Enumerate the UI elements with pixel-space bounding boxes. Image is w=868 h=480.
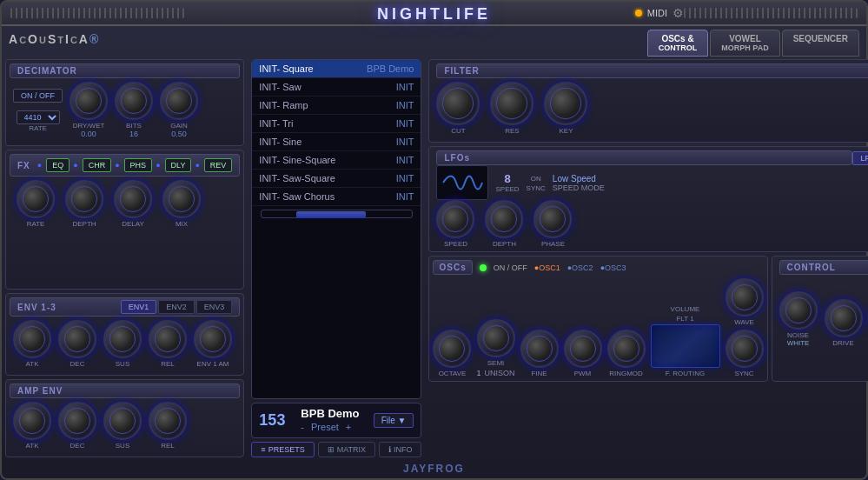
res-knob[interactable]	[490, 82, 533, 125]
osc-wave-knob[interactable]	[726, 278, 764, 317]
presets-tab[interactable]: ≡ PRESETS	[251, 442, 314, 457]
tab-oscs-control[interactable]: OSCs & CONTROL	[647, 30, 709, 57]
list-item[interactable]: INIT- Square BPB Demo	[252, 60, 421, 78]
env13-dec-knob[interactable]	[58, 320, 96, 358]
res-knob-group: RES	[490, 82, 533, 135]
fx-eq-btn[interactable]: EQ	[46, 158, 70, 172]
fx-chr-btn[interactable]: CHR	[83, 158, 112, 172]
app-title: NIGHTLIFE	[377, 5, 491, 23]
amp-dec-knob[interactable]	[58, 402, 96, 440]
preset-list[interactable]: INIT- Square BPB Demo INIT- Saw INIT INI…	[251, 59, 421, 399]
fx-dly-btn[interactable]: DLY	[165, 158, 192, 172]
list-item[interactable]: INIT- Saw Chorus INIT	[252, 188, 421, 206]
fx-dot: ●	[37, 161, 43, 170]
env13-dec-knob-group: DEC	[58, 320, 96, 368]
env3-tab[interactable]: ENV3	[196, 300, 233, 314]
amp-sus-knob[interactable]	[103, 402, 142, 440]
env13-rel-knob[interactable]	[149, 320, 187, 358]
speed-mode-label: SPEED MODE	[553, 183, 605, 192]
env13-rel-label: REL	[161, 360, 175, 368]
logo-area: ACOUSTICA®	[9, 30, 100, 48]
lfo-knobs-row: SPEED DEPTH PHASE	[436, 200, 868, 248]
lfo-phase-knob[interactable]	[533, 200, 572, 238]
fx-rev-btn[interactable]: REV	[204, 158, 233, 172]
osc-on-dot	[480, 264, 487, 271]
osc-pwm-knob[interactable]	[564, 330, 602, 368]
fx-depth-knob[interactable]	[65, 180, 103, 218]
fx-phs-btn[interactable]: PHS	[124, 158, 153, 172]
rate-label: RATE	[17, 124, 60, 132]
env2-tab[interactable]: ENV2	[158, 300, 195, 314]
list-item[interactable]: INIT- Saw INIT	[252, 78, 421, 97]
list-item[interactable]: INIT- Saw-Square INIT	[252, 170, 421, 188]
list-item[interactable]: INIT- Tri INIT	[252, 115, 421, 133]
osc-ringmod-label: RINGMOD	[609, 370, 643, 377]
osc-pwm-knob-group: PWM	[564, 330, 602, 377]
osc-fine-knob[interactable]	[520, 330, 559, 368]
amp-env-knobs: ATK DEC SUS REL	[10, 398, 240, 453]
env13-am-knob-group: ENV 1 AM	[194, 320, 232, 368]
amp-rel-knob[interactable]	[149, 402, 187, 440]
env13-am-knob[interactable]	[194, 320, 232, 358]
gain-knob[interactable]	[160, 82, 198, 120]
lfo-sync-label: SYNC	[527, 184, 546, 192]
lfo-speed-knob[interactable]	[436, 200, 474, 238]
env1-tab[interactable]: ENV1	[121, 300, 157, 314]
lfo-depth-knob-group: DEPTH	[485, 200, 523, 248]
env13-atk-knob[interactable]	[13, 320, 51, 358]
gain-label: GAIN	[170, 122, 188, 130]
lfo-speed-info: 8 SPEED	[495, 172, 519, 193]
matrix-tab[interactable]: ⊞ MATRIX	[318, 442, 375, 457]
lfo1-tab[interactable]: LFO1	[852, 151, 868, 165]
osc2-tab[interactable]: ●OSC2	[567, 263, 593, 272]
osc-fine-knob-group: FINE	[520, 330, 559, 377]
osc-semi-knob[interactable]	[477, 319, 515, 357]
decimator-onoff-btn[interactable]: ON / OFF	[13, 89, 63, 103]
dry-wet-value: 0.00	[81, 130, 96, 138]
osc-sync-knob[interactable]	[726, 330, 764, 368]
dry-wet-knob[interactable]	[70, 82, 108, 120]
list-item[interactable]: INIT- Sine-Square INIT	[252, 151, 421, 170]
fx-depth-knob-group: DEPTH	[65, 180, 103, 228]
midi-indicator	[635, 10, 642, 17]
osc1-tab[interactable]: ●OSC1	[534, 263, 560, 272]
preset-next-btn[interactable]: +	[346, 422, 351, 432]
list-item[interactable]: INIT- Ramp INIT	[252, 97, 421, 115]
fx-delay-label: DELAY	[122, 220, 144, 228]
noise-type: WHITE	[787, 339, 810, 347]
lfo-speed-knob-group: SPEED	[436, 200, 474, 248]
unison-label: UNISON	[485, 369, 515, 377]
rate-select[interactable]: 44100 ▼	[17, 110, 60, 124]
settings-icon[interactable]: ⚙	[673, 6, 684, 20]
info-tab[interactable]: ℹ INFO	[379, 442, 422, 457]
bottom-area: OSCs ON / OFF ●OSC1 ●OSC2 ●OSC3 OCTAVE	[428, 256, 868, 382]
osc-ringmod-knob[interactable]	[607, 330, 646, 368]
bits-knob[interactable]	[115, 82, 153, 120]
lfo-speed-label: SPEED	[495, 185, 519, 193]
osc-semi-knob-group: SEMI	[477, 319, 515, 367]
fx-mix-knob[interactable]	[162, 180, 201, 218]
noise-knob[interactable]	[779, 291, 818, 330]
cut-knob[interactable]	[436, 82, 480, 125]
key-knob[interactable]	[544, 82, 587, 125]
tab-sequencer[interactable]: SEQUENCER	[782, 30, 859, 57]
preset-scrollbar[interactable]	[261, 210, 413, 218]
fx-rate-knob-group: RATE	[17, 180, 55, 228]
lfo-tabs: LFO1 LFO2 LFO3 LFO FX	[852, 151, 868, 165]
env13-sus-knob[interactable]	[103, 320, 142, 358]
osc-octave-knob[interactable]	[433, 330, 471, 368]
list-item[interactable]: INIT- Sine INIT	[252, 133, 421, 151]
lfo-depth-knob[interactable]	[485, 200, 523, 238]
file-btn[interactable]: File ▼	[374, 413, 414, 428]
key-knob-group: KEY	[544, 82, 587, 135]
preset-tabs: ≡ PRESETS ⊞ MATRIX ℹ INFO	[251, 442, 421, 457]
fx-delay-knob[interactable]	[114, 180, 152, 218]
preset-prev-btn[interactable]: -	[301, 422, 304, 432]
tab-vowel-morph[interactable]: VOWEL MORPH PAD	[710, 30, 779, 57]
lfo-controls-row: 8 SPEED ON SYNC Low Speed SPEED MODE	[436, 165, 868, 200]
amp-atk-knob[interactable]	[13, 402, 51, 440]
drive-knob[interactable]	[825, 299, 863, 337]
osc3-tab[interactable]: ●OSC3	[600, 263, 626, 272]
fx-rate-knob[interactable]	[17, 180, 55, 218]
lfo-header-row: LFOs LFO1 LFO2 LFO3 LFO FX	[436, 150, 868, 165]
